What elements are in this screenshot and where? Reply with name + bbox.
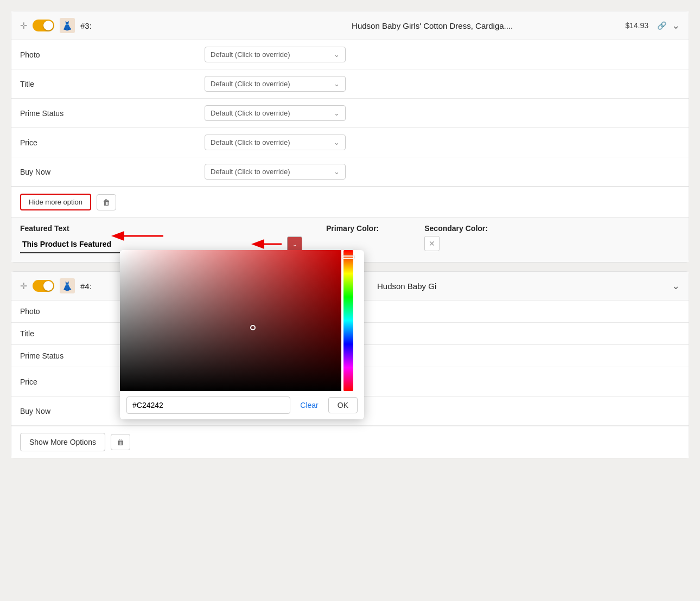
secondary-color-label: Secondary Color: <box>424 224 488 233</box>
title-dropdown[interactable]: Default (Click to override) ⌄ <box>205 76 346 92</box>
primary-color-label: Primary Color: <box>326 224 379 233</box>
row-label-title: Title <box>11 69 196 99</box>
hide-option-button[interactable]: Hide more option <box>20 194 91 210</box>
toggle-2[interactable] <box>33 280 54 292</box>
product-card-1: ✛ 👗 #3: Hudson Baby Girls' Cotton Dress,… <box>11 11 689 263</box>
row-label-price: Price <box>11 128 196 157</box>
settings-table-1: Photo Default (Click to override) ⌄ Titl… <box>11 40 689 187</box>
color-spectrum-area[interactable] <box>120 250 353 391</box>
toggle-1[interactable] <box>33 20 54 31</box>
table-row: Prime Status Default (Click to override)… <box>11 99 689 128</box>
ok-button[interactable]: OK <box>328 397 358 413</box>
featured-text-label: Featured Text <box>20 224 302 233</box>
row-label-buy-now: Buy Now <box>11 157 196 187</box>
photo-dropdown[interactable]: Default (Click to override) ⌄ <box>205 47 346 62</box>
show-more-button[interactable]: Show More Options <box>20 433 105 451</box>
product-1-header: ✛ 👗 #3: Hudson Baby Girls' Cotton Dress,… <box>11 11 689 40</box>
featured-text-group: Featured Text ⌄ <box>20 224 302 253</box>
row-label-prime-status: Prime Status <box>11 99 196 128</box>
hue-bar-wrapper[interactable] <box>343 250 353 391</box>
hue-bar[interactable] <box>343 250 353 391</box>
hex-input[interactable] <box>126 397 290 414</box>
chevron-down-2[interactable]: ⌄ <box>672 280 680 292</box>
table-row: Buy Now Default (Click to override) ⌄ <box>11 157 689 187</box>
clear-button[interactable]: Clear <box>296 398 322 413</box>
delete-button-2[interactable]: 🗑 <box>111 434 130 450</box>
product-1-title: Hudson Baby Girls' Cotton Dress, Cardiga… <box>352 21 615 30</box>
chevron-down-1[interactable]: ⌄ <box>672 20 680 31</box>
buy-now-dropdown[interactable]: Default (Click to override) ⌄ <box>205 164 346 180</box>
spectrum-gradient <box>120 250 341 391</box>
color-picker-footer: Clear OK <box>120 391 364 419</box>
product-2-title: Hudson Baby Gi <box>377 282 666 291</box>
table-row: Title Default (Click to override) ⌄ <box>11 69 689 99</box>
secondary-color-group: Secondary Color: ✕ <box>424 224 488 251</box>
featured-section: Featured Text ⌄ Pri <box>11 217 689 262</box>
options-footer-1: Hide more option 🗑 <box>11 187 689 217</box>
product-icon-2: 👗 <box>60 278 75 293</box>
chevron-down-icon: ⌄ <box>334 109 340 117</box>
chevron-down-icon: ⌄ <box>334 168 340 176</box>
show-more-footer: Show More Options 🗑 <box>11 426 689 458</box>
product-icon-1: 👗 <box>60 18 75 33</box>
primary-color-group: Primary Color: <box>326 224 379 233</box>
chevron-down-icon: ⌄ <box>334 138 340 146</box>
drag-handle-2[interactable]: ✛ <box>20 281 27 291</box>
prime-status-dropdown[interactable]: Default (Click to override) ⌄ <box>205 105 346 121</box>
spectrum-canvas[interactable] <box>120 250 341 391</box>
external-link-1[interactable]: 🔗 <box>657 21 666 30</box>
primary-color-swatch[interactable]: ⌄ <box>287 236 302 252</box>
product-1-price: $14.93 <box>625 21 648 30</box>
row-label-photo: Photo <box>11 40 196 69</box>
chevron-down-icon: ⌄ <box>334 50 340 59</box>
featured-text-input[interactable] <box>20 236 244 252</box>
delete-button-1[interactable]: 🗑 <box>97 194 116 210</box>
price-dropdown[interactable]: Default (Click to override) ⌄ <box>205 135 346 150</box>
product-1-number: #3: <box>80 21 344 30</box>
table-row: Photo Default (Click to override) ⌄ <box>11 40 689 69</box>
drag-handle-1[interactable]: ✛ <box>20 21 27 31</box>
secondary-color-btn[interactable]: ✕ <box>424 236 440 251</box>
table-row: Price Default (Click to override) ⌄ <box>11 128 689 157</box>
spectrum-cursor <box>250 325 256 330</box>
chevron-down-icon: ⌄ <box>334 80 340 88</box>
hue-cursor <box>342 255 354 259</box>
color-picker-popup: Clear OK <box>120 250 364 419</box>
